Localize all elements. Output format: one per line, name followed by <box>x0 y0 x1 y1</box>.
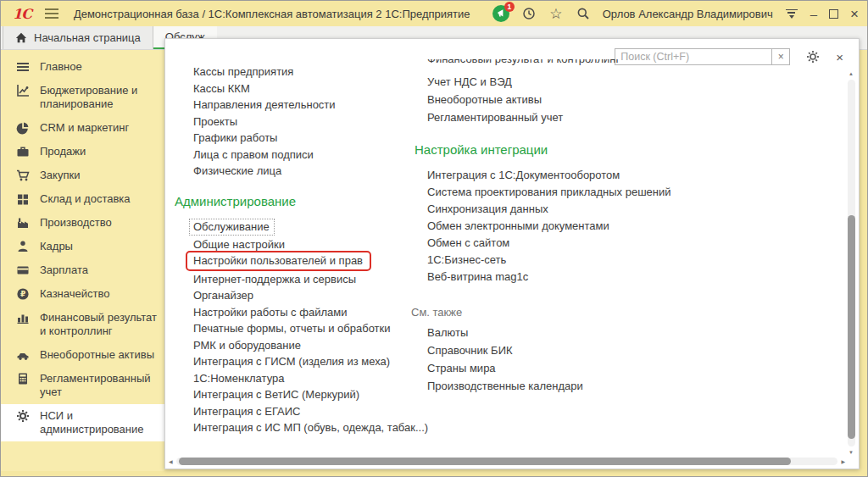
sidebar-item-prodazhi[interactable]: Продажи <box>1 140 164 164</box>
section-header-nastroyka-integratsii: Настройка интеграции <box>415 143 671 157</box>
panel-link[interactable]: Справочник БИК <box>427 345 671 356</box>
person-icon <box>16 240 30 253</box>
panel-close-icon[interactable]: × <box>836 50 843 64</box>
payroll-card-icon <box>16 263 30 277</box>
horizontal-scrollbar[interactable]: ◀ ▶ <box>169 457 845 466</box>
panel-link[interactable]: Синхронизация данных <box>427 203 671 214</box>
panel-link[interactable]: Производственные календари <box>427 380 671 391</box>
panel-link[interactable]: Интеграция с ВетИС (Меркурий) <box>193 389 428 400</box>
panel-link[interactable]: Кассы предприятия <box>193 66 428 77</box>
megaphone-icon <box>496 8 506 19</box>
sidebar-item-label: Продажи <box>40 145 86 158</box>
app-window: 1С Демонстрационная база / 1С:Комплексна… <box>0 0 868 477</box>
panel-link[interactable]: Проекты <box>193 116 428 127</box>
search-clear-button[interactable]: × <box>772 48 790 65</box>
sidebar-item-label: Главное <box>40 60 82 74</box>
1c-logo: 1С <box>13 6 31 22</box>
vertical-scroll-thumb[interactable] <box>848 215 855 439</box>
sidebar-item-kadry[interactable]: Кадры <box>1 235 164 258</box>
panel-link[interactable]: Интеграция с ГИСМ (изделия из меха) <box>193 356 428 367</box>
history-icon[interactable] <box>521 6 537 21</box>
cart-icon <box>16 169 30 182</box>
panel-link-obsluzhivanie[interactable]: Обслуживание <box>193 221 428 233</box>
panel-link[interactable]: Регламентированный учет <box>427 112 671 123</box>
main-menu-icon[interactable] <box>45 8 58 19</box>
panel-link[interactable]: Органайзер <box>193 290 428 301</box>
panel-link-clipped[interactable]: Финансовый результат и контроллинг <box>427 59 671 69</box>
panel-link[interactable]: Печатные формы, отчеты и обработки <box>193 323 428 334</box>
panel-settings-gear-icon[interactable] <box>805 49 821 64</box>
current-user[interactable]: Орлов Александр Владимирович <box>603 8 773 20</box>
connection-status-icon[interactable] <box>785 9 798 19</box>
panel-link[interactable]: Общие настройки <box>193 239 428 250</box>
minimize-button[interactable]: – <box>810 8 817 20</box>
sidebar-item-glavnoe[interactable]: Главное <box>1 55 164 79</box>
sidebar-item-label: Производство <box>40 216 112 230</box>
panel-link[interactable]: Интернет-поддержка и сервисы <box>193 274 428 285</box>
sidebar-item-zakupki[interactable]: Закупки <box>1 164 164 187</box>
svg-text:₽: ₽ <box>20 290 25 298</box>
tab-home[interactable]: Начальная страница <box>3 26 153 49</box>
sidebar-item-label: Регламентированный учет <box>40 372 161 399</box>
panel-link[interactable]: Валюты <box>427 327 671 338</box>
sidebar-item-proizvodstvo[interactable]: Производство <box>1 211 164 235</box>
home-icon <box>15 32 27 43</box>
panel-link[interactable]: Интеграция с ЕГАИС <box>193 406 428 417</box>
sidebar-item-zarplata[interactable]: Зарплата <box>1 258 164 282</box>
panel-link[interactable]: Страны мира <box>427 363 671 374</box>
close-window-button[interactable]: × <box>850 7 859 21</box>
panel-link[interactable]: Направления деятельности <box>193 99 428 110</box>
see-also-header: См. также <box>411 306 671 319</box>
sidebar-item-label: Казначейство <box>40 287 109 301</box>
sidebar-item-vneoborotnye[interactable]: Внеоборотные активы <box>1 343 164 367</box>
budget-chart-icon <box>16 84 30 97</box>
search-icon[interactable] <box>576 6 591 21</box>
vertical-scrollbar[interactable]: ▲ ▼ <box>847 71 856 455</box>
maximize-button[interactable] <box>829 9 838 19</box>
sidebar-item-kaznacheystvo[interactable]: ₽ Казначейство <box>1 282 164 306</box>
title-bar: 1С Демонстрационная база / 1С:Комплексна… <box>1 1 867 26</box>
panel-link[interactable]: Лица с правом подписи <box>193 149 428 160</box>
sidebar-item-crm[interactable]: CRM и маркетинг <box>1 116 164 140</box>
vertical-scroll-track[interactable] <box>848 80 855 446</box>
scroll-up-arrow-icon[interactable]: ▲ <box>849 71 854 76</box>
panel-link[interactable]: 1С:Номенклатура <box>193 373 428 384</box>
panel-link[interactable]: Обмен электронными документами <box>427 220 671 231</box>
panel-link[interactable]: Веб-витрина mag1c <box>427 271 671 282</box>
scroll-left-arrow-icon[interactable]: ◀ <box>169 458 173 464</box>
favorites-star-icon[interactable]: ☆ <box>548 6 564 21</box>
scroll-down-arrow-icon[interactable]: ▼ <box>849 450 854 455</box>
briefcase-icon <box>16 145 30 158</box>
panel-link[interactable]: Настройки работы с файлами <box>193 307 428 318</box>
sidebar-item-reglament[interactable]: Регламентированный учет <box>1 367 164 404</box>
panel-link[interactable]: Учет НДС и ВЭД <box>427 76 671 87</box>
panel-link[interactable]: РМК и оборудование <box>193 340 428 351</box>
sidebar-item-sklad[interactable]: Склад и доставка <box>1 187 164 211</box>
sidebar-item-label: CRM и маркетинг <box>40 121 129 135</box>
sidebar-item-label: Кадры <box>40 240 73 253</box>
sidebar-item-label: Зарплата <box>40 263 88 277</box>
menu-icon <box>16 60 30 74</box>
horizontal-scroll-track[interactable] <box>176 458 837 465</box>
panel-link-nastroyki-polzovateley[interactable]: Настройки пользователей и прав <box>193 255 428 268</box>
ledger-icon <box>16 372 30 385</box>
warehouse-grid-icon <box>16 192 30 206</box>
scroll-right-arrow-icon[interactable]: ▶ <box>841 458 845 464</box>
panel-link[interactable]: Внеоборотные активы <box>427 94 671 105</box>
panel-link[interactable]: Кассы ККМ <box>193 83 428 94</box>
panel-link[interactable]: Графики работы <box>193 132 428 143</box>
sidebar-item-finrezultat[interactable]: Финансовый результат и контроллинг <box>1 306 164 343</box>
sidebar-item-nsi-administrirovanie[interactable]: НСИ и администрирование <box>1 404 164 441</box>
panel-left-column: Кассы предприятия Кассы ККМ Направления … <box>175 66 428 439</box>
panel-link[interactable]: 1С:Бизнес-сеть <box>427 254 671 265</box>
panel-link[interactable]: Физические лица <box>193 165 428 176</box>
notifications-button[interactable]: 1 <box>492 5 509 22</box>
panel-link[interactable]: Интеграция с ИС МП (обувь, одежда, табак… <box>193 422 428 433</box>
sidebar-item-label: Закупки <box>40 169 80 182</box>
gear-icon <box>16 409 30 423</box>
panel-link[interactable]: Обмен с сайтом <box>427 237 671 248</box>
panel-link[interactable]: Интеграция с 1С:Документооборотом <box>427 169 671 180</box>
panel-link[interactable]: Система проектирования прикладных решени… <box>427 186 671 197</box>
horizontal-scroll-thumb[interactable] <box>179 458 791 465</box>
sidebar-item-budzhetirovanie[interactable]: Бюджетирование и планирование <box>1 79 164 116</box>
